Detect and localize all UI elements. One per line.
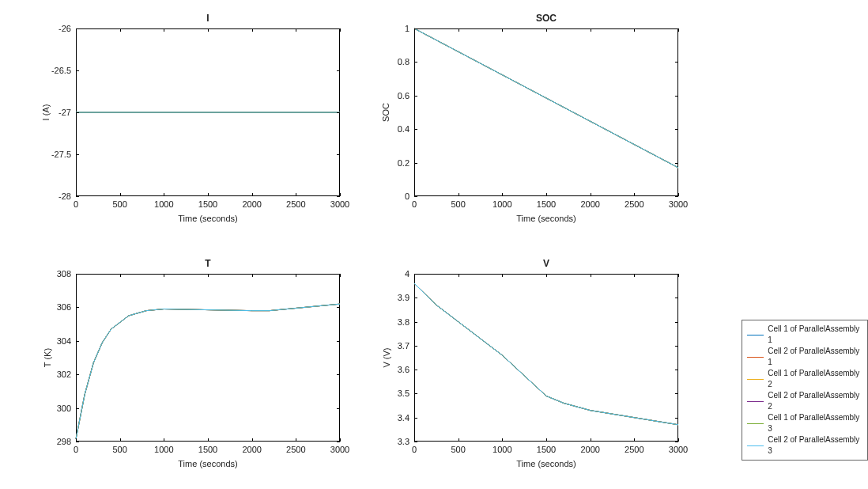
series-line [414, 283, 678, 425]
xtick-label: 3000 [330, 196, 349, 209]
series-line [76, 304, 340, 439]
legend-swatch [747, 445, 764, 446]
xlabel: Time (seconds) [414, 459, 678, 468]
plot-series [414, 28, 678, 196]
ytick-label: 304 [57, 336, 76, 346]
xtick-label: 2000 [580, 442, 599, 454]
ytick-label: 0.6 [398, 91, 414, 100]
plot-voltage: V V (V) Time (seconds) 3.33.43.53.63.73.… [414, 274, 678, 442]
ytick-label: 0.4 [398, 124, 414, 134]
xtick-label: 500 [112, 442, 126, 454]
legend-label: Cell 2 of ParallelAssembly 2 [768, 390, 862, 412]
legend-swatch [747, 423, 764, 424]
xtick-label: 2500 [286, 196, 305, 209]
series-line [414, 283, 678, 425]
ytick-label: 306 [57, 302, 76, 312]
plot-title: V [414, 258, 678, 269]
xtick-label: 2000 [242, 196, 261, 209]
ytick-label: -27 [58, 108, 76, 117]
ytick-label: 3.7 [398, 341, 414, 351]
plot-series [414, 274, 678, 442]
legend-swatch [747, 357, 764, 358]
series-line [76, 304, 340, 439]
ytick-label: 3.6 [398, 365, 414, 374]
ylabel: T (K) [43, 348, 52, 367]
legend-label: Cell 2 of ParallelAssembly 1 [768, 346, 862, 368]
xtick-label: 3000 [669, 442, 688, 454]
xtick-label: 1500 [198, 442, 217, 454]
xtick-label: 0 [412, 442, 417, 454]
plot-title: I [76, 13, 340, 24]
legend-label: Cell 1 of ParallelAssembly 1 [768, 324, 862, 346]
legend-entry: Cell 2 of ParallelAssembly 3 [747, 434, 862, 457]
ytick-label: 0.8 [398, 57, 414, 66]
xlabel: Time (seconds) [76, 459, 340, 468]
xtick-label: 3000 [330, 442, 349, 454]
ytick-label: -26.5 [51, 66, 76, 75]
xtick-label: 500 [112, 196, 126, 209]
ytick-label: 300 [57, 404, 76, 413]
legend-entry: Cell 1 of ParallelAssembly 3 [747, 412, 862, 434]
xtick-label: 500 [451, 442, 465, 454]
plot-series [76, 274, 340, 442]
xtick-label: 0 [74, 196, 78, 209]
legend: Cell 1 of ParallelAssembly 1Cell 2 of Pa… [742, 320, 868, 461]
ytick-label: 308 [57, 269, 76, 279]
xtick-label: 1000 [492, 196, 511, 209]
xtick-label: 1000 [154, 442, 173, 454]
ytick-label: 3.8 [398, 317, 414, 327]
xtick-label: 2000 [242, 442, 261, 454]
series-line [76, 304, 340, 439]
ytick-label: 3.9 [398, 293, 414, 302]
xtick-label: 2500 [625, 442, 643, 454]
legend-swatch [747, 379, 764, 380]
legend-swatch [747, 401, 764, 402]
xlabel: Time (seconds) [76, 214, 340, 223]
xtick-label: 1000 [492, 442, 511, 454]
legend-entry: Cell 2 of ParallelAssembly 2 [747, 390, 862, 412]
legend-label: Cell 1 of ParallelAssembly 2 [768, 368, 862, 390]
xtick-label: 2500 [625, 196, 643, 209]
xtick-label: 1500 [537, 442, 556, 454]
legend-entry: Cell 1 of ParallelAssembly 2 [747, 368, 862, 390]
plot-title: SOC [414, 13, 678, 24]
legend-label: Cell 1 of ParallelAssembly 3 [768, 412, 862, 434]
legend-entry: Cell 1 of ParallelAssembly 1 [747, 324, 862, 346]
ytick-label: 3.5 [398, 389, 414, 398]
series-line [76, 304, 340, 439]
ytick-label: 3.4 [398, 413, 414, 423]
xtick-label: 2000 [580, 196, 599, 209]
ytick-label: 1 [405, 24, 414, 33]
xtick-label: 1500 [198, 196, 217, 209]
ytick-label: 302 [57, 370, 76, 379]
series-line [414, 28, 678, 168]
ylabel: I (A) [41, 104, 51, 121]
legend-label: Cell 2 of ParallelAssembly 3 [768, 434, 862, 457]
xtick-label: 2500 [286, 442, 305, 454]
ytick-label: 4 [405, 269, 414, 279]
legend-entry: Cell 2 of ParallelAssembly 1 [747, 346, 862, 368]
series-line [414, 283, 678, 425]
xtick-label: 0 [412, 196, 417, 209]
xtick-label: 1000 [154, 196, 173, 209]
xtick-label: 1500 [537, 196, 556, 209]
ytick-label: 0.2 [398, 158, 414, 168]
series-line [76, 304, 340, 439]
series-line [76, 304, 340, 439]
xlabel: Time (seconds) [414, 214, 678, 223]
xtick-label: 500 [451, 196, 465, 209]
ylabel: SOC [381, 103, 391, 122]
xtick-label: 0 [74, 442, 78, 454]
legend-swatch [747, 335, 764, 335]
series-line [414, 283, 678, 425]
plot-soc: SOC SOC Time (seconds) 00.20.40.60.81050… [414, 28, 678, 196]
series-line [414, 283, 678, 425]
series-line [414, 283, 678, 425]
ytick-label: -26 [58, 24, 76, 33]
plot-temperature: T T (K) Time (seconds) 29830030230430630… [76, 274, 340, 442]
plot-title: T [76, 258, 340, 269]
plot-current: I I (A) Time (seconds) -28-27.5-27-26.5-… [76, 28, 340, 196]
plot-series [76, 28, 340, 196]
ytick-label: -27.5 [51, 150, 76, 159]
ylabel: V (V) [382, 347, 391, 367]
